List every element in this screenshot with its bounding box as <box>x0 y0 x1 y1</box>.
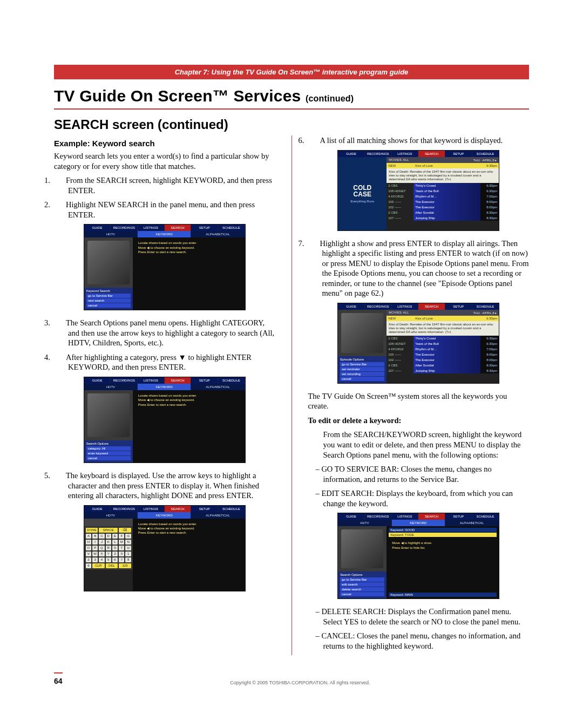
ss-subtab: HDTV <box>338 520 391 526</box>
step-7: 7.Highlight a show and press ENTER to di… <box>320 239 530 298</box>
selected-time: 6:30pm <box>480 163 499 168</box>
option-cancel: CANCEL: Closes the panel menu, changes n… <box>323 631 530 651</box>
ss-panel-item: set recording <box>340 372 384 376</box>
step-2-text: Highlight NEW SEARCH in the panel menu, … <box>66 200 255 219</box>
ss-tab: SETUP <box>445 303 472 310</box>
ss-hint: Press Enter to start a new search. <box>138 530 240 535</box>
ss-tab: SCHEDULE <box>472 151 499 157</box>
ss-preview-thumb <box>84 390 133 440</box>
ss-tab: SCHEDULE <box>218 377 245 384</box>
ss-panel-item: go to Service Bar <box>86 294 131 298</box>
ss-preview-thumb <box>338 310 387 356</box>
ss-tab: RECORDINGS <box>111 224 138 231</box>
ss-panel-item: cancel <box>340 592 384 596</box>
result-row: 2 CBSAfter Sundial8:30pm <box>387 363 499 368</box>
ss-tab: SETUP <box>191 377 218 384</box>
ss-tab: GUIDE <box>84 377 111 384</box>
ss-subtab: HDTV <box>84 231 138 237</box>
step-4: 4.After highlighting a category, press ▼… <box>66 352 275 372</box>
screenshot-episode-options: GUIDE RECORDINGS LISTINGS SEARCH SETUP S… <box>337 303 499 384</box>
ss-preview-thumb <box>84 237 133 288</box>
ss-tab: SETUP <box>191 224 218 231</box>
step-3-text: The Search Options panel menu opens. Hig… <box>66 318 274 347</box>
ss-tab: RECORDINGS <box>111 377 138 384</box>
page-footer: 64 Copyright © 2005 TOSHIBA CORPORATION.… <box>54 672 529 685</box>
step-1: 1.From the SEARCH screen, highlight KEYW… <box>66 175 275 195</box>
ss-hint: Move ◀ to choose an existing keyword. <box>138 246 240 250</box>
ss-panel-item: go to Service Bar <box>340 577 384 582</box>
step-5-text: The keyboard is displayed. Use the arrow… <box>66 471 259 500</box>
ss-tab: GUIDE <box>338 303 365 310</box>
ss-hint: Press Enter to hide list. <box>392 546 493 550</box>
intro-paragraph: Keyword search lets you enter a word(s) … <box>54 151 275 171</box>
selected-title: Kiss of Love <box>413 316 480 321</box>
movie-description: Kiss of Death: Remake of the 1947 film-n… <box>387 321 499 336</box>
ss-preview-coldcase: COLD CASE Everything Runs <box>338 157 387 230</box>
result-row: 102 ——The Executor8:00pm <box>387 357 499 363</box>
movie-description: Kiss of Death: Remake of the 1947 film-n… <box>387 168 499 183</box>
ss-panel-item: edit search <box>340 582 384 587</box>
screenshot-matching-shows: GUIDE RECORDINGS LISTINGS SEARCH SETUP S… <box>337 150 499 231</box>
ss-panel-title: Search Options <box>86 442 131 445</box>
title-rule <box>54 108 529 110</box>
ss-hint: Press Enter to start a new search. <box>138 250 240 254</box>
ss-panel-title: Episode Options <box>340 358 384 361</box>
saved-keyword-selected: Keyword: TOGE <box>389 533 497 537</box>
column-divider <box>292 135 292 655</box>
ss-hint: Locate shows based on words you enter. <box>138 522 240 526</box>
ss-panel-item: category: All <box>86 446 131 451</box>
result-row: 108 HDNETYears of the Bull6:30pm <box>387 188 499 194</box>
screenshot-search-options-keyword-list: GUIDE RECORDINGS LISTINGS SEARCH SETUP S… <box>337 513 499 599</box>
ss-keyboard: DONESPACE⌫ ABCDEFG HIJKLMN OPQRSTU VWXYZ… <box>84 526 133 570</box>
ss-tab: RECORDINGS <box>365 303 392 310</box>
step-1-text: From the SEARCH screen, highlight KEYWOR… <box>66 176 272 195</box>
option-edit-search: EDIT SEARCH: Displays the keyboard, from… <box>323 488 530 508</box>
ss-tab-selected: SEARCH <box>418 303 445 310</box>
copyright: Copyright © 2005 TOSHIBA CORPORATION. Al… <box>71 680 529 685</box>
cold-line2: CASE <box>354 191 371 198</box>
result-row: 2 CBSAfter Sundial8:30pm <box>387 210 499 215</box>
ss-subtab-selected: KEYWORD <box>138 231 191 237</box>
ss-panel-title: Keyword Search <box>86 289 131 292</box>
movies-header: MOVIES: ALL <box>389 158 409 162</box>
ss-tab: SCHEDULE <box>472 303 499 310</box>
ss-tab: RECORDINGS <box>365 513 392 520</box>
ss-preview-thumb <box>338 526 387 571</box>
ss-panel-item: cancel <box>86 303 131 308</box>
ss-hint: Move ◀ to highlight a show. <box>392 541 493 545</box>
result-row: 105 ——The Executor8:00pm <box>387 352 499 357</box>
step-3: 3.The Search Options panel menu opens. H… <box>66 318 275 348</box>
result-row: 4 KFOR22Rhythm of M…7:00pm <box>387 346 499 352</box>
edit-delete-body: From the SEARCH/KEYWORD screen, highligh… <box>308 430 530 460</box>
step-2: 2.Highlight NEW SEARCH in the panel menu… <box>66 200 275 220</box>
ss-hint: Locate shows based on words you enter. <box>138 241 240 245</box>
screenshot-search-options-panel: GUIDE RECORDINGS LISTINGS SEARCH SETUP S… <box>84 377 246 463</box>
ss-panel-item: enter keyword <box>86 451 131 455</box>
ss-hint: Move ◀ to choose an existing keyword. <box>138 398 240 402</box>
movies-date: THU · APRIL 8 ▸ <box>473 311 497 315</box>
ss-subtab: HDTV <box>84 512 138 519</box>
ss-subtab: HDTV <box>84 384 138 390</box>
ss-panel-item: new search <box>86 298 131 303</box>
ss-subtab: ALPHABETICAL <box>191 512 245 519</box>
ss-hint: Press Enter to start a new search. <box>138 403 240 407</box>
step-7-text: Highlight a show and press ENTER to disp… <box>320 239 529 298</box>
ss-tab: GUIDE <box>84 224 111 231</box>
ss-tab: GUIDE <box>338 513 365 520</box>
ss-panel-item: cancel <box>340 377 384 381</box>
result-row: 2 CBSThirty's Crowd6:30pm <box>387 183 499 188</box>
ss-hint: Locate shows based on words you enter. <box>138 393 240 398</box>
saved-keyword: Keyword: MAIN <box>389 593 497 597</box>
step-5: 5.The keyboard is displayed. Use the arr… <box>66 471 275 501</box>
ss-tab-selected: SEARCH <box>418 151 445 157</box>
stores-line: The TV Guide On Screen™ system stores al… <box>308 391 530 411</box>
ss-tab: LISTINGS <box>392 151 419 157</box>
ss-tab: GUIDE <box>84 506 111 512</box>
ss-tab: LISTINGS <box>138 224 165 231</box>
ss-tab: SCHEDULE <box>218 506 245 512</box>
page-title: TV Guide On Screen™ Services (continued) <box>54 87 529 105</box>
ss-hint: Move ◀ to choose an existing keyword. <box>138 526 240 530</box>
ss-panel-item: delete search <box>340 587 384 591</box>
section-heading: SEARCH screen (continued) <box>54 117 529 132</box>
example-heading: Example: Keyword search <box>54 139 275 148</box>
